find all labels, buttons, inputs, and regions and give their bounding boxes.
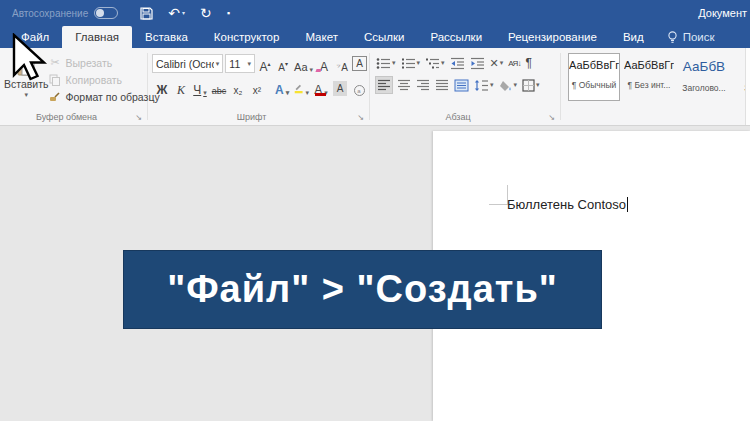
paste-dropdown-icon[interactable]: ▾ <box>25 91 29 99</box>
align-center-button[interactable] <box>396 76 412 94</box>
copy-button[interactable]: Копировать <box>49 71 160 88</box>
clipboard-dialog-launcher-icon[interactable]: ↘ <box>135 114 142 122</box>
tab-layout[interactable]: Макет <box>292 26 351 48</box>
phonetic-guide-button[interactable]: ッА <box>334 55 350 73</box>
text-effects-button[interactable]: А▾ <box>274 78 290 96</box>
decrease-indent-button[interactable] <box>449 54 466 72</box>
paragraph-dialog-launcher-icon[interactable]: ↘ <box>548 114 555 122</box>
format-painter-button[interactable]: Формат по образцу <box>49 88 160 105</box>
shading-dropdown-icon[interactable]: ▾ <box>514 81 518 89</box>
change-case-button[interactable]: Аа▾ <box>293 55 314 73</box>
font-color-button[interactable]: А▾ <box>313 78 329 96</box>
undo-dropdown-icon[interactable]: ▾ <box>182 10 185 16</box>
justify-button[interactable] <box>434 76 450 94</box>
superscript-button[interactable]: x² <box>249 78 265 96</box>
font-family-value: Calibri (Осно <box>156 58 214 70</box>
character-shading-button[interactable]: А <box>332 78 348 96</box>
bold-button[interactable]: Ж <box>154 78 170 96</box>
align-left-button[interactable] <box>375 76 393 94</box>
multilevel-list-button[interactable]: ▾ <box>424 54 446 72</box>
enclose-characters-button[interactable]: а <box>351 78 367 96</box>
font-dialog-launcher-icon[interactable]: ↘ <box>357 114 364 122</box>
shrink-font-icon: А <box>278 63 285 73</box>
paragraph-row-1: ▾ ▾ ▾ <box>375 54 558 72</box>
numbering-dropdown-icon[interactable]: ▾ <box>417 59 421 67</box>
font-family-dropdown-icon[interactable]: ▾ <box>216 60 220 68</box>
grow-font-button[interactable]: А▴ <box>257 55 273 73</box>
strikethrough-button[interactable]: abc <box>211 78 227 96</box>
font-size-value: 11 <box>229 58 245 70</box>
paragraph-mark-icon: ¶ <box>525 56 531 70</box>
align-center-icon <box>397 79 411 91</box>
highlighter-icon <box>294 81 303 96</box>
style-preview: АаБбВвГг <box>624 59 674 71</box>
style-card-heading1[interactable]: АаБбВ Заголово... <box>678 53 730 101</box>
numbering-button[interactable]: ▾ <box>400 54 422 72</box>
autosave-toggle-group[interactable]: Автосохранение <box>12 7 118 19</box>
document-heading[interactable]: Бюллетень Contoso <box>507 197 628 212</box>
tab-references[interactable]: Ссылки <box>351 26 418 48</box>
text-effects-dropdown-icon[interactable]: ▾ <box>286 89 290 96</box>
asian-layout-dropdown-icon[interactable]: ▾ <box>500 59 504 67</box>
phonetic-guide-icon: А <box>341 63 348 73</box>
show-paragraph-marks-button[interactable]: ¶ <box>524 54 532 72</box>
distribute-text-button[interactable] <box>453 76 470 94</box>
font-size-dropdown-icon[interactable]: ▾ <box>248 60 252 68</box>
bullets-dropdown-icon[interactable]: ▾ <box>392 59 396 67</box>
multilevel-dropdown-icon[interactable]: ▾ <box>441 59 445 67</box>
highlight-button[interactable]: ▾ <box>293 78 310 96</box>
styles-gallery-scrollbar[interactable] <box>745 48 750 125</box>
enclose-characters-icon: а <box>354 85 365 96</box>
bullets-button[interactable]: ▾ <box>375 54 397 72</box>
borders-button[interactable]: ▾ <box>521 76 541 94</box>
line-spacing-button[interactable]: ▾ <box>473 76 495 94</box>
tell-me-search[interactable]: Поиск <box>657 26 725 48</box>
tab-view[interactable]: Вид <box>610 26 657 48</box>
font-size-combobox[interactable]: 11 ▾ <box>225 54 255 73</box>
increase-indent-icon <box>470 57 485 70</box>
style-card-normal[interactable]: АаБбВвГг ¶ Обычный <box>568 53 620 101</box>
qat-more-button[interactable]: ▪ <box>227 9 230 18</box>
clear-formatting-button[interactable]: А <box>316 55 332 73</box>
italic-button[interactable]: К <box>173 78 189 96</box>
cut-label: Вырезать <box>66 57 113 69</box>
ribbon: Вставить ▾ ✂ Вырезать Копировать <box>0 48 750 126</box>
underline-button[interactable]: Ч▾ <box>192 78 208 96</box>
save-button[interactable] <box>140 7 153 20</box>
tab-mailings[interactable]: Рассылки <box>417 26 495 48</box>
paragraph-group: ▾ ▾ ▾ <box>370 48 560 125</box>
tab-home[interactable]: Главная <box>62 26 132 48</box>
tab-design[interactable]: Конструктор <box>201 26 293 48</box>
shrink-font-button[interactable]: А▾ <box>275 55 291 73</box>
subscript-button[interactable]: x₂ <box>230 78 246 96</box>
style-card-no-spacing[interactable]: АаБбВвГг ¶ Без инт... <box>623 53 675 101</box>
decrease-indent-icon <box>450 57 465 70</box>
cut-button[interactable]: ✂ Вырезать <box>49 54 160 71</box>
undo-button[interactable]: ↶▾ <box>168 6 185 20</box>
sort-button[interactable]: АЯ↓ <box>507 54 521 72</box>
character-border-button[interactable]: А <box>352 56 367 71</box>
redo-button[interactable]: ↻ <box>200 6 212 20</box>
shading-button[interactable]: ▾ <box>498 76 519 94</box>
tab-insert[interactable]: Вставка <box>132 26 201 48</box>
font-family-combobox[interactable]: Calibri (Осно ▾ <box>152 54 223 73</box>
tab-review[interactable]: Рецензирование <box>495 26 610 48</box>
superscript-icon: x² <box>253 86 261 96</box>
borders-dropdown-icon[interactable]: ▾ <box>536 81 540 89</box>
ribbon-tab-row: Файл Главная Вставка Конструктор Макет С… <box>0 26 750 48</box>
increase-indent-button[interactable] <box>469 54 486 72</box>
document-title: Документ <box>698 7 750 19</box>
copy-icon <box>49 74 62 86</box>
instruction-banner: "Файл" > "Создать" <box>123 250 602 329</box>
align-right-button[interactable] <box>415 76 431 94</box>
asian-layout-icon: ✕ <box>490 57 499 70</box>
highlight-dropdown-icon[interactable]: ▾ <box>305 89 309 96</box>
line-spacing-dropdown-icon[interactable]: ▾ <box>490 81 494 89</box>
instruction-banner-text: "Файл" > "Создать" <box>167 268 558 311</box>
underline-dropdown-icon[interactable]: ▾ <box>203 89 207 96</box>
underline-icon: Ч <box>193 84 201 96</box>
autosave-toggle[interactable] <box>94 7 118 19</box>
asian-layout-button[interactable]: ✕▾ <box>489 54 505 72</box>
multilevel-list-icon <box>425 57 440 70</box>
autosave-label: Автосохранение <box>12 8 88 19</box>
